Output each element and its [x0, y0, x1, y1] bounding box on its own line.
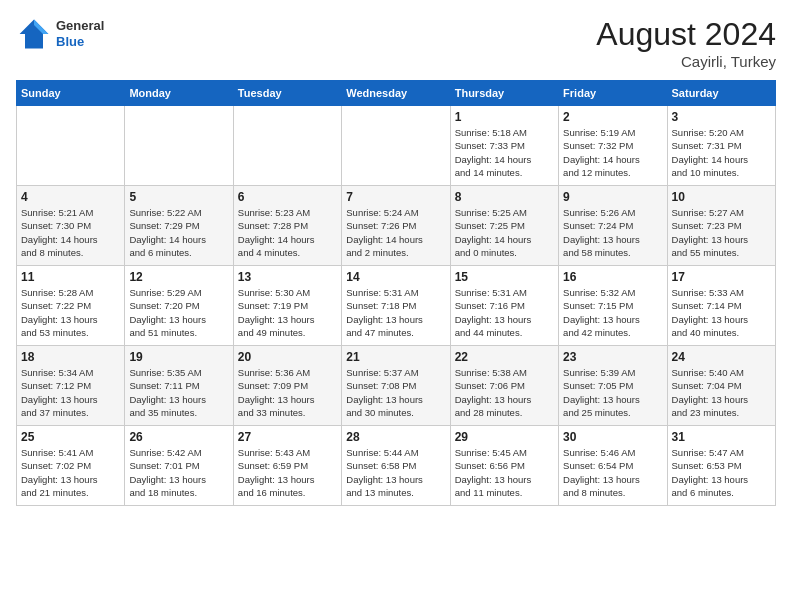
day-info: Sunrise: 5:41 AMSunset: 7:02 PMDaylight:… [21, 446, 120, 499]
day-info: Sunrise: 5:30 AMSunset: 7:19 PMDaylight:… [238, 286, 337, 339]
calendar-day-cell: 23Sunrise: 5:39 AMSunset: 7:05 PMDayligh… [559, 346, 667, 426]
day-info: Sunrise: 5:44 AMSunset: 6:58 PMDaylight:… [346, 446, 445, 499]
day-number: 4 [21, 190, 120, 204]
calendar-day-cell: 21Sunrise: 5:37 AMSunset: 7:08 PMDayligh… [342, 346, 450, 426]
day-info: Sunrise: 5:27 AMSunset: 7:23 PMDaylight:… [672, 206, 771, 259]
day-number: 5 [129, 190, 228, 204]
day-number: 10 [672, 190, 771, 204]
calendar-week-row: 11Sunrise: 5:28 AMSunset: 7:22 PMDayligh… [17, 266, 776, 346]
day-number: 7 [346, 190, 445, 204]
calendar-day-cell: 28Sunrise: 5:44 AMSunset: 6:58 PMDayligh… [342, 426, 450, 506]
day-number: 21 [346, 350, 445, 364]
weekday-header: Friday [559, 81, 667, 106]
day-number: 13 [238, 270, 337, 284]
day-info: Sunrise: 5:20 AMSunset: 7:31 PMDaylight:… [672, 126, 771, 179]
day-number: 23 [563, 350, 662, 364]
day-number: 15 [455, 270, 554, 284]
calendar-day-cell: 13Sunrise: 5:30 AMSunset: 7:19 PMDayligh… [233, 266, 341, 346]
logo: General Blue [16, 16, 104, 52]
weekday-header: Monday [125, 81, 233, 106]
calendar-day-cell [233, 106, 341, 186]
calendar-day-cell: 4Sunrise: 5:21 AMSunset: 7:30 PMDaylight… [17, 186, 125, 266]
calendar-day-cell: 25Sunrise: 5:41 AMSunset: 7:02 PMDayligh… [17, 426, 125, 506]
day-number: 2 [563, 110, 662, 124]
title-block: August 2024 Cayirli, Turkey [596, 16, 776, 70]
calendar-day-cell: 29Sunrise: 5:45 AMSunset: 6:56 PMDayligh… [450, 426, 558, 506]
calendar-day-cell: 19Sunrise: 5:35 AMSunset: 7:11 PMDayligh… [125, 346, 233, 426]
day-info: Sunrise: 5:19 AMSunset: 7:32 PMDaylight:… [563, 126, 662, 179]
day-info: Sunrise: 5:18 AMSunset: 7:33 PMDaylight:… [455, 126, 554, 179]
calendar-table: SundayMondayTuesdayWednesdayThursdayFrid… [16, 80, 776, 506]
day-info: Sunrise: 5:43 AMSunset: 6:59 PMDaylight:… [238, 446, 337, 499]
day-number: 12 [129, 270, 228, 284]
day-number: 6 [238, 190, 337, 204]
location: Cayirli, Turkey [596, 53, 776, 70]
logo-general: General [56, 18, 104, 34]
day-info: Sunrise: 5:39 AMSunset: 7:05 PMDaylight:… [563, 366, 662, 419]
weekday-header: Wednesday [342, 81, 450, 106]
calendar-day-cell [17, 106, 125, 186]
calendar-day-cell: 16Sunrise: 5:32 AMSunset: 7:15 PMDayligh… [559, 266, 667, 346]
calendar-day-cell: 31Sunrise: 5:47 AMSunset: 6:53 PMDayligh… [667, 426, 775, 506]
calendar-day-cell: 24Sunrise: 5:40 AMSunset: 7:04 PMDayligh… [667, 346, 775, 426]
day-number: 27 [238, 430, 337, 444]
calendar-day-cell: 26Sunrise: 5:42 AMSunset: 7:01 PMDayligh… [125, 426, 233, 506]
calendar-day-cell: 5Sunrise: 5:22 AMSunset: 7:29 PMDaylight… [125, 186, 233, 266]
day-number: 8 [455, 190, 554, 204]
day-info: Sunrise: 5:28 AMSunset: 7:22 PMDaylight:… [21, 286, 120, 339]
calendar-day-cell: 20Sunrise: 5:36 AMSunset: 7:09 PMDayligh… [233, 346, 341, 426]
day-number: 28 [346, 430, 445, 444]
calendar-day-cell: 15Sunrise: 5:31 AMSunset: 7:16 PMDayligh… [450, 266, 558, 346]
calendar-day-cell: 8Sunrise: 5:25 AMSunset: 7:25 PMDaylight… [450, 186, 558, 266]
day-info: Sunrise: 5:46 AMSunset: 6:54 PMDaylight:… [563, 446, 662, 499]
day-info: Sunrise: 5:31 AMSunset: 7:18 PMDaylight:… [346, 286, 445, 339]
calendar-day-cell: 7Sunrise: 5:24 AMSunset: 7:26 PMDaylight… [342, 186, 450, 266]
day-info: Sunrise: 5:26 AMSunset: 7:24 PMDaylight:… [563, 206, 662, 259]
day-number: 16 [563, 270, 662, 284]
day-info: Sunrise: 5:33 AMSunset: 7:14 PMDaylight:… [672, 286, 771, 339]
calendar-day-cell: 17Sunrise: 5:33 AMSunset: 7:14 PMDayligh… [667, 266, 775, 346]
day-number: 29 [455, 430, 554, 444]
logo-icon [16, 16, 52, 52]
day-number: 24 [672, 350, 771, 364]
day-info: Sunrise: 5:24 AMSunset: 7:26 PMDaylight:… [346, 206, 445, 259]
day-info: Sunrise: 5:45 AMSunset: 6:56 PMDaylight:… [455, 446, 554, 499]
day-info: Sunrise: 5:23 AMSunset: 7:28 PMDaylight:… [238, 206, 337, 259]
day-number: 22 [455, 350, 554, 364]
weekday-header: Tuesday [233, 81, 341, 106]
day-info: Sunrise: 5:31 AMSunset: 7:16 PMDaylight:… [455, 286, 554, 339]
day-info: Sunrise: 5:42 AMSunset: 7:01 PMDaylight:… [129, 446, 228, 499]
day-info: Sunrise: 5:37 AMSunset: 7:08 PMDaylight:… [346, 366, 445, 419]
calendar-day-cell: 27Sunrise: 5:43 AMSunset: 6:59 PMDayligh… [233, 426, 341, 506]
day-info: Sunrise: 5:22 AMSunset: 7:29 PMDaylight:… [129, 206, 228, 259]
day-number: 14 [346, 270, 445, 284]
calendar-week-row: 4Sunrise: 5:21 AMSunset: 7:30 PMDaylight… [17, 186, 776, 266]
day-number: 3 [672, 110, 771, 124]
day-info: Sunrise: 5:25 AMSunset: 7:25 PMDaylight:… [455, 206, 554, 259]
day-info: Sunrise: 5:35 AMSunset: 7:11 PMDaylight:… [129, 366, 228, 419]
page-header: General Blue August 2024 Cayirli, Turkey [16, 16, 776, 70]
day-number: 17 [672, 270, 771, 284]
day-info: Sunrise: 5:21 AMSunset: 7:30 PMDaylight:… [21, 206, 120, 259]
calendar-day-cell: 1Sunrise: 5:18 AMSunset: 7:33 PMDaylight… [450, 106, 558, 186]
day-info: Sunrise: 5:34 AMSunset: 7:12 PMDaylight:… [21, 366, 120, 419]
calendar-day-cell [125, 106, 233, 186]
day-info: Sunrise: 5:29 AMSunset: 7:20 PMDaylight:… [129, 286, 228, 339]
day-info: Sunrise: 5:38 AMSunset: 7:06 PMDaylight:… [455, 366, 554, 419]
day-number: 18 [21, 350, 120, 364]
calendar-day-cell: 30Sunrise: 5:46 AMSunset: 6:54 PMDayligh… [559, 426, 667, 506]
day-info: Sunrise: 5:40 AMSunset: 7:04 PMDaylight:… [672, 366, 771, 419]
weekday-header-row: SundayMondayTuesdayWednesdayThursdayFrid… [17, 81, 776, 106]
calendar-day-cell: 11Sunrise: 5:28 AMSunset: 7:22 PMDayligh… [17, 266, 125, 346]
day-number: 25 [21, 430, 120, 444]
day-number: 20 [238, 350, 337, 364]
day-info: Sunrise: 5:47 AMSunset: 6:53 PMDaylight:… [672, 446, 771, 499]
calendar-day-cell: 18Sunrise: 5:34 AMSunset: 7:12 PMDayligh… [17, 346, 125, 426]
calendar-day-cell: 9Sunrise: 5:26 AMSunset: 7:24 PMDaylight… [559, 186, 667, 266]
logo-blue: Blue [56, 34, 104, 50]
calendar-day-cell: 22Sunrise: 5:38 AMSunset: 7:06 PMDayligh… [450, 346, 558, 426]
month-title: August 2024 [596, 16, 776, 53]
day-number: 30 [563, 430, 662, 444]
weekday-header: Sunday [17, 81, 125, 106]
weekday-header: Saturday [667, 81, 775, 106]
